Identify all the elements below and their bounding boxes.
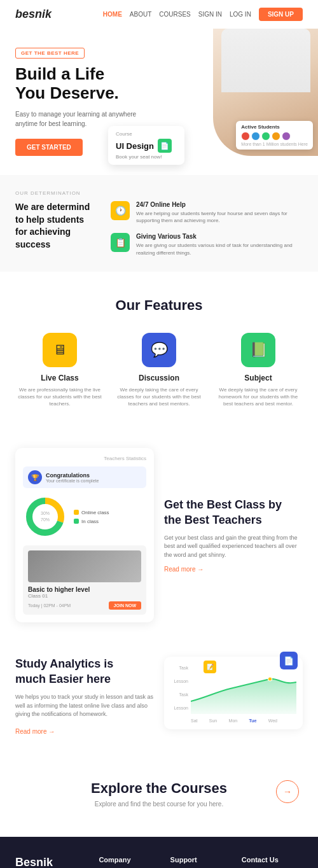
footer-brand-col: Besnik f t in xyxy=(15,856,88,868)
footer-grid: Besnik f t in Company About Careers Mobi… xyxy=(15,856,303,868)
feature-title-1: Discussion xyxy=(139,374,179,382)
chart-label-lesson2: Lesson xyxy=(170,706,188,710)
donut-area: 30% 70% Online class In class xyxy=(23,494,146,539)
best-class-right: Get the Best Class by the Best Teachers … xyxy=(164,448,303,622)
nav-login[interactable]: LOG IN xyxy=(230,11,251,18)
feature-icon-0: 🖥 xyxy=(43,333,77,367)
features-grid: 🖥 Live Class We are professionally takin… xyxy=(15,333,303,408)
hero-headline: Build a Life You Deserve. xyxy=(15,65,155,103)
analytics-section: Study Analytics is much Easier here We h… xyxy=(0,638,318,754)
footer: Besnik f t in Company About Careers Mobi… xyxy=(0,837,318,868)
svg-text:30%: 30% xyxy=(41,511,50,515)
determination-section: OUR DETERMINATION We are determind to he… xyxy=(0,175,318,272)
det-desc-1: We are giving our students various kind … xyxy=(136,242,303,256)
nav-courses[interactable]: COURSES xyxy=(159,11,190,18)
course-name-row: UI Design 📄 xyxy=(116,139,177,153)
join-button[interactable]: JOIN NOW xyxy=(109,601,141,610)
chart-label-lesson1: Lesson xyxy=(170,679,188,683)
explore-section: Explore the Courses Explore and find the… xyxy=(0,755,318,837)
nav-links: HOME ABOUT COURSES SIGN IN LOG IN SIGN U… xyxy=(103,8,303,21)
explore-arrow[interactable]: → xyxy=(276,780,299,803)
course-thumb xyxy=(28,550,141,582)
day-tue: Tue xyxy=(249,718,256,723)
feature-title-0: Live Class xyxy=(41,374,78,382)
det-headline: We are determind to help students for ac… xyxy=(15,201,98,251)
det-item-0: 🕐 24/7 Online Help We are helping our st… xyxy=(111,201,303,224)
active-label: Active Students xyxy=(241,124,308,130)
explore-subtitle: Explore and find the best course for you… xyxy=(15,801,303,808)
analytics-right: 📄 Task Lesson Task Lesson 📝 xyxy=(164,657,303,735)
congrats-bar: 🏆 Congratulations Your certificate is co… xyxy=(23,466,146,488)
course-info-title: Basic to higher level xyxy=(28,586,141,593)
day-labels: Sat Sun Mon Tue Wed xyxy=(170,718,296,723)
footer-support-col: Support Support Center 24h Service Quick… xyxy=(170,856,232,868)
day-mon: Mon xyxy=(229,718,238,723)
feature-icon-2: 📗 xyxy=(241,333,275,367)
features-title: Our Features xyxy=(15,297,303,314)
active-students-card: Active Students More than 1 Million stud… xyxy=(236,121,313,150)
feature-card-0: 🖥 Live Class We are professionally takin… xyxy=(15,333,104,408)
feature-card-2: 📗 Subject We deeply taking the care of e… xyxy=(214,333,303,408)
det-tag: OUR DETERMINATION xyxy=(15,190,303,196)
nav-logo: besnik xyxy=(15,8,52,21)
svg-text:70%: 70% xyxy=(41,517,50,522)
congrats-title: Congratulations xyxy=(46,472,99,479)
analytics-desc: We helps you to track your study in less… xyxy=(15,693,154,719)
footer-brand: Besnik xyxy=(15,856,88,868)
explore-title: Explore the Courses xyxy=(15,780,303,797)
course-label: Course xyxy=(116,131,177,137)
stats-box: Teachers Statistics 🏆 Congratulations Yo… xyxy=(15,448,154,622)
det-desc-0: We are helping our students twenty four … xyxy=(136,210,303,224)
det-title-0: 24/7 Online Help xyxy=(136,201,303,208)
footer-company-col: Company About Careers Mobile How it Work… xyxy=(99,856,160,868)
legend2: In class xyxy=(81,519,99,524)
donut-chart: 30% 70% xyxy=(23,494,67,539)
features-section: Our Features 🖥 Live Class We are profess… xyxy=(0,272,318,433)
best-class-section: Teachers Statistics 🏆 Congratulations Yo… xyxy=(0,433,318,638)
footer-contact-col: Contact Us Our office Our server Resourc… xyxy=(242,856,303,868)
course-sub: Book your seat now! xyxy=(116,154,177,160)
course-info-sub: Class 01 xyxy=(28,593,141,599)
nav-home[interactable]: HOME xyxy=(103,11,122,18)
det-right: 🕐 24/7 Online Help We are helping our st… xyxy=(111,201,303,256)
congrats-sub: Your certificate is complete xyxy=(46,479,99,483)
navbar: besnik HOME ABOUT COURSES SIGN IN LOG IN… xyxy=(0,0,318,29)
best-class-headline: Get the Best Class by the Best Teachers xyxy=(164,498,303,528)
chart-label-task2: Task xyxy=(170,692,188,697)
day-wed: Wed xyxy=(268,718,277,723)
nav-signin[interactable]: SIGN IN xyxy=(198,11,222,18)
hero-section: GET THE BEST HERE Build a Life You Deser… xyxy=(0,29,318,175)
chart-label-task1: Task xyxy=(170,666,188,670)
signup-button[interactable]: SIGN UP xyxy=(259,8,303,21)
nav-about[interactable]: ABOUT xyxy=(130,11,151,18)
day-sun: Sun xyxy=(209,718,217,723)
det-left: We are determind to help students for ac… xyxy=(15,201,98,251)
course-time-row: Today | 02PM - 04PM JOIN NOW xyxy=(28,601,141,610)
footer-support-title: Support xyxy=(170,856,232,864)
footer-company-title: Company xyxy=(99,856,160,864)
best-class-left: Teachers Statistics 🏆 Congratulations Yo… xyxy=(15,448,154,622)
read-more-link[interactable]: Read more → xyxy=(164,566,303,573)
det-content: We are determind to help students for ac… xyxy=(15,201,303,256)
analytics-chart-icon: 📄 xyxy=(280,652,298,669)
svg-point-5 xyxy=(268,677,272,681)
feature-desc-0: We are professionally taking the live cl… xyxy=(15,386,104,408)
det-icon-0: 🕐 xyxy=(111,201,130,220)
day-sat: Sat xyxy=(191,718,198,723)
course-info-card: Basic to higher level Class 01 Today | 0… xyxy=(23,545,146,615)
feature-card-1: 💬 Discussion We deeply taking the care o… xyxy=(114,333,204,408)
chart-legend: Online class In class xyxy=(74,510,109,524)
get-started-button[interactable]: GET STARTED xyxy=(15,139,83,156)
feature-desc-1: We deeply taking the care of every class… xyxy=(114,386,204,408)
det-icon-1: 📋 xyxy=(111,233,130,252)
analytics-read-more[interactable]: Read more → xyxy=(15,728,55,735)
legend1: Online class xyxy=(81,510,109,515)
det-title-1: Giving Various Task xyxy=(136,233,303,240)
analytics-headline: Study Analytics is much Easier here xyxy=(15,657,154,687)
det-item-1: 📋 Giving Various Task We are giving our … xyxy=(111,233,303,256)
course-card: Course UI Design 📄 Book your seat now! xyxy=(108,126,184,165)
hero-badge: GET THE BEST HERE xyxy=(15,48,85,59)
course-icon: 📄 xyxy=(158,139,172,153)
feature-title-2: Subject xyxy=(244,374,272,382)
feature-icon-1: 💬 xyxy=(142,333,176,367)
